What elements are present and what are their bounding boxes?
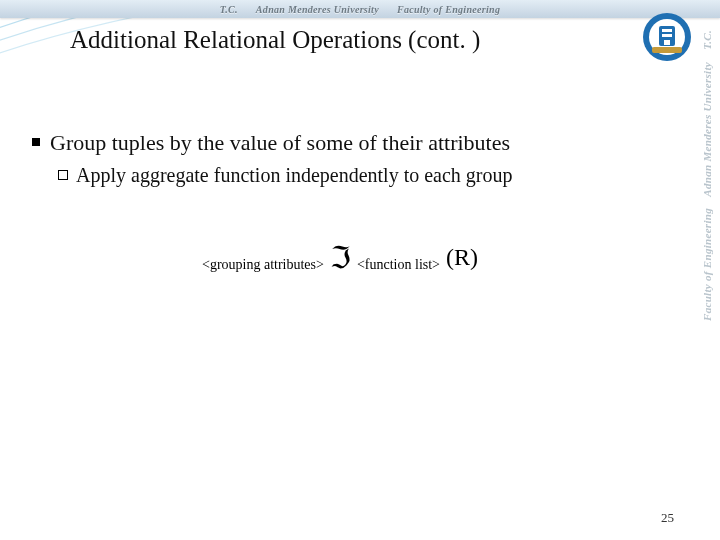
side-tc: T.C. <box>701 30 713 50</box>
page-number: 25 <box>661 510 674 526</box>
bullet-row: Group tuples by the value of some of the… <box>32 128 660 158</box>
university-logo <box>642 12 692 62</box>
side-university: Adnan Menderes University <box>701 62 713 197</box>
svg-rect-3 <box>662 29 672 32</box>
slide-title: Additional Relational Operations (cont. … <box>70 26 480 54</box>
side-faculty: Faculty of Engineering <box>701 208 713 321</box>
side-watermark: T.C. Adnan Menderes University Faculty o… <box>694 30 720 540</box>
slide-content: Group tuples by the value of some of the… <box>32 128 660 189</box>
sub-bullet-text: Apply aggregate function independently t… <box>76 162 513 189</box>
formula-grouping: <grouping attributes> <box>202 257 324 273</box>
svg-rect-5 <box>664 40 670 45</box>
sub-bullet-row: Apply aggregate function independently t… <box>58 162 660 189</box>
svg-rect-6 <box>652 47 682 53</box>
header-university: Adnan Menderes University <box>256 4 379 15</box>
formula-funclist: <function list> <box>357 257 440 273</box>
header-faculty: Faculty of Engineering <box>397 4 500 15</box>
square-bullet-icon <box>32 138 40 146</box>
svg-rect-4 <box>662 34 672 37</box>
formula-relation: (R) <box>446 244 478 271</box>
bullet-text: Group tuples by the value of some of the… <box>50 128 510 158</box>
header-tc: T.C. <box>220 4 238 15</box>
formula-aggregate-symbol: ℑ <box>330 240 351 275</box>
hollow-square-icon <box>58 170 68 180</box>
header-bar: T.C. Adnan Menderes University Faculty o… <box>0 0 720 18</box>
decorative-swoosh <box>0 0 280 140</box>
formula: <grouping attributes> ℑ <function list> … <box>0 240 680 275</box>
